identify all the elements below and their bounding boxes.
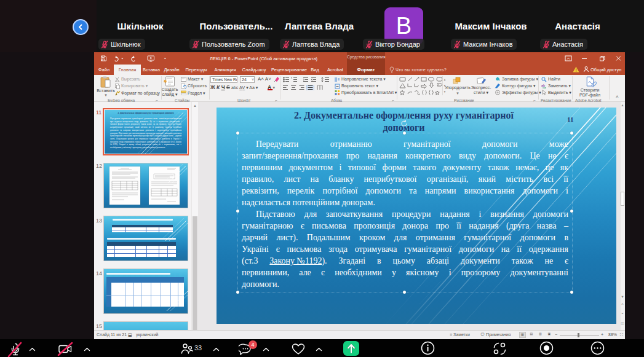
svg-text:ab: ab [541,84,545,87]
